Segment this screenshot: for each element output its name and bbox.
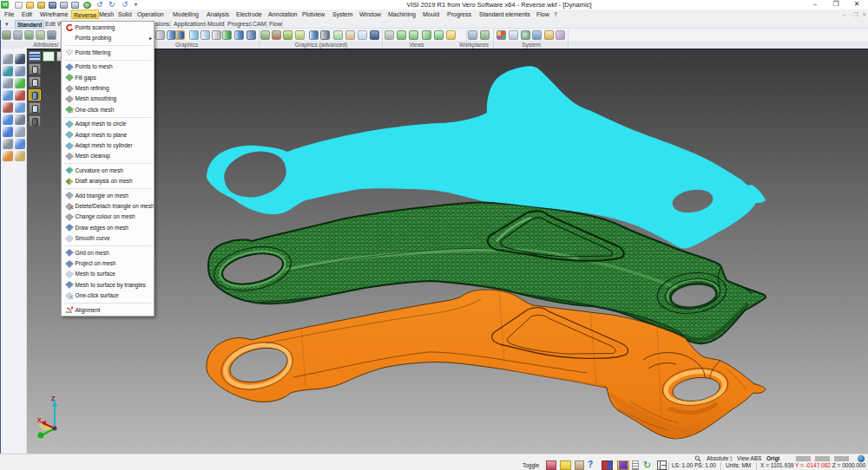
- svg-text:X: X: [37, 417, 42, 423]
- svg-text:Z: Z: [51, 395, 56, 401]
